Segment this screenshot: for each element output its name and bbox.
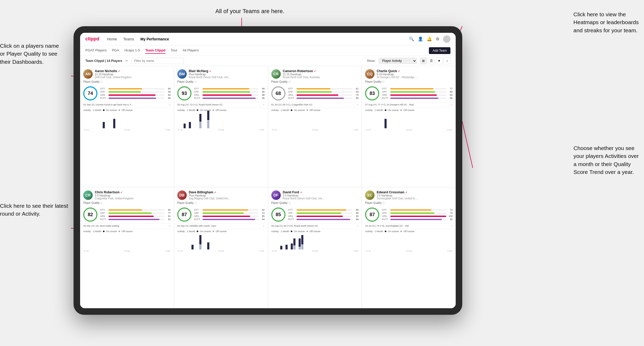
quality-score[interactable]: 74 bbox=[83, 86, 97, 100]
oncourse-legend-label: On course bbox=[294, 230, 305, 233]
quality-score[interactable]: 87 bbox=[177, 207, 191, 222]
player-name[interactable]: Blair McHarg ✓ bbox=[189, 69, 265, 73]
activity-select[interactable]: Player Activity Quality Score Trend bbox=[379, 58, 417, 64]
activity-title: Activity · 1 Month bbox=[365, 230, 383, 233]
subnav-teamclippd[interactable]: Team Clippd bbox=[145, 47, 165, 54]
stat-bar-container bbox=[202, 212, 258, 214]
verified-badge: ✓ bbox=[398, 70, 400, 73]
x-label: 21 Aug bbox=[406, 129, 412, 131]
nav-link-myperformance[interactable]: My Performance bbox=[141, 36, 169, 42]
subnav-hcaps[interactable]: Hcaps 1-5 bbox=[124, 47, 140, 54]
player-avatar: DF bbox=[271, 190, 281, 200]
oncourse-legend-dot bbox=[291, 109, 292, 111]
quality-score[interactable]: 85 bbox=[271, 207, 285, 222]
player-name[interactable]: Edward Crossman ✓ bbox=[377, 190, 453, 194]
player-info: Aaron Nicholls ✓ 11-15 Handicap Drift Go… bbox=[95, 69, 171, 79]
last-round[interactable]: 04 Sep 23 | Mobility with coach, Gym → bbox=[177, 223, 265, 227]
settings-icon[interactable]: ⚙ bbox=[436, 36, 439, 41]
player-card[interactable]: DB Dave Billingham ✓ Plus Handicap Sag M… bbox=[174, 187, 268, 308]
grid-view-icon[interactable]: ⊞ bbox=[420, 57, 427, 64]
last-round[interactable]: 26 Aug 23 | 73 (+1), Royal North Devon G… bbox=[177, 102, 265, 106]
nav-link-home[interactable]: Home bbox=[107, 36, 117, 42]
stat-row-ott: OTT 61 bbox=[288, 87, 359, 90]
stats-grid: OTT 61 APP 63 ARG 75 PU bbox=[288, 87, 359, 99]
last-round-arrow: → bbox=[356, 225, 359, 227]
player-name[interactable]: David Ford ✓ bbox=[283, 190, 359, 194]
subnav-pgat[interactable]: PGAT Players bbox=[85, 47, 107, 54]
activity-section: Activity · 1 Month On course Off course … bbox=[83, 229, 171, 252]
player-card[interactable]: BM Blair McHarg ✓ Plus Handicap Royal No… bbox=[174, 66, 268, 187]
oncourse-legend-dot bbox=[197, 231, 198, 232]
last-round[interactable]: 05 Mar 23 | 19, Must make putting → bbox=[83, 223, 171, 227]
player-info: David Ford ✓ 1-5 Handicap Royal North De… bbox=[283, 190, 359, 200]
bell-icon[interactable]: 🔔 bbox=[427, 36, 432, 41]
stat-bar-ott bbox=[390, 209, 431, 211]
filter-icon[interactable]: ▼ bbox=[436, 57, 443, 64]
activity-legend: On course Off course bbox=[197, 109, 226, 111]
edit-icon[interactable]: ✏ bbox=[126, 59, 128, 63]
player-grid: AN Aaron Nicholls ✓ 11-15 Handicap Drift… bbox=[80, 66, 456, 308]
player-name[interactable]: Dave Billingham ✓ bbox=[189, 190, 265, 194]
stat-bar-container bbox=[297, 212, 352, 214]
player-name[interactable]: Cameron Robertson ✓ bbox=[283, 69, 359, 73]
player-name[interactable]: Aaron Nicholls ✓ bbox=[95, 69, 171, 73]
player-card[interactable]: CR Chris Robertson ✓ 1-5 Handicap Craigm… bbox=[80, 187, 174, 308]
bar-oncourse bbox=[385, 119, 387, 128]
bar-oncourse bbox=[207, 111, 209, 120]
annotation-mid-right: Choose whether you see your players Acti… bbox=[573, 144, 639, 176]
last-round-text: 26 Aug 23 | 84 (+12), Royal North Devon … bbox=[271, 225, 318, 227]
subnav: PGAT Players PGA Hcaps 1-5 Team Clippd T… bbox=[80, 45, 456, 56]
x-label: 21 Aug bbox=[218, 129, 224, 131]
quality-score[interactable]: 87 bbox=[365, 207, 379, 222]
player-card[interactable]: AN Aaron Nicholls ✓ 11-15 Handicap Drift… bbox=[80, 66, 174, 187]
sort-icon[interactable]: ↕ bbox=[444, 57, 450, 64]
last-round[interactable]: 18 Jul 23 | 74 (+4), Sunningdale GC - Ol… bbox=[365, 223, 453, 227]
chart-x-labels: 31 Jul21 Aug4 Sep bbox=[365, 129, 453, 131]
activity-legend: On course Off course bbox=[385, 109, 414, 111]
quality-score[interactable]: 83 bbox=[365, 86, 379, 100]
player-name[interactable]: Chris Robertson ✓ bbox=[95, 190, 171, 194]
offcourse-legend-dot bbox=[307, 231, 308, 232]
user-avatar[interactable] bbox=[443, 35, 450, 43]
last-round[interactable]: 02 Sep 23 | Sunset round to get back int… bbox=[83, 102, 171, 106]
stat-label-putt: PUTT bbox=[100, 218, 107, 221]
subnav-pga[interactable]: PGA bbox=[112, 47, 119, 54]
add-team-button[interactable]: Add Team bbox=[429, 47, 450, 54]
activity-chart bbox=[83, 234, 171, 249]
player-name[interactable]: Charlie Quick ✓ bbox=[377, 69, 453, 73]
stat-bar-arg bbox=[297, 94, 339, 96]
search-icon[interactable]: 🔍 bbox=[409, 36, 414, 41]
x-label: 21 Aug bbox=[406, 250, 412, 252]
last-round[interactable]: 02 Jul 23 | 59 (+1), Craigmillar Park GC… bbox=[271, 102, 359, 106]
player-club: Royal North Devon Golf Club, United Kni.… bbox=[283, 197, 325, 200]
last-round-text: 05 Mar 23 | 19, Must make putting bbox=[83, 225, 119, 227]
x-label: 4 Sep bbox=[259, 250, 264, 252]
quality-label: Player Quality ⓘ bbox=[365, 80, 453, 84]
stat-label-ott: OTT bbox=[100, 209, 107, 211]
quality-score[interactable]: 82 bbox=[83, 207, 97, 222]
player-card[interactable]: CR Cameron Robertson ✓ 11-15 Handicap Ro… bbox=[268, 66, 362, 187]
player-card[interactable]: EC Edward Crossman ✓ 1-5 Handicap Sunnin… bbox=[362, 187, 456, 308]
subnav-tour[interactable]: Tour bbox=[171, 47, 177, 54]
verified-badge: ✓ bbox=[405, 191, 407, 194]
subnav-allplayers[interactable]: All Players bbox=[183, 47, 199, 54]
user-icon[interactable]: 👤 bbox=[418, 36, 423, 41]
stat-label-arg: ARG bbox=[288, 94, 295, 96]
list-view-icon[interactable]: ☰ bbox=[428, 57, 435, 64]
last-round[interactable]: 26 Aug 23 | 84 (+12), Royal North Devon … bbox=[271, 223, 359, 227]
last-round[interactable]: 07 Aug 23 | 77 (+7), St George's Hill GC… bbox=[365, 102, 453, 106]
oncourse-legend-dot bbox=[385, 109, 386, 111]
player-avatar: AN bbox=[83, 69, 93, 79]
search-input[interactable] bbox=[131, 58, 184, 64]
nav-link-teams[interactable]: Teams bbox=[123, 36, 134, 42]
player-card[interactable]: DF David Ford ✓ 1-5 Handicap Royal North… bbox=[268, 187, 362, 308]
player-club: Craigmillar Park, United Kingdom bbox=[95, 197, 137, 200]
quality-score[interactable]: 93 bbox=[177, 86, 191, 100]
stat-bar-app bbox=[390, 91, 435, 93]
annotation-left-bottom: Click here to see their latest round or … bbox=[0, 202, 68, 218]
stat-value-app: 74 bbox=[259, 212, 265, 214]
last-round-text: 04 Sep 23 | Mobility with coach, Gym bbox=[177, 225, 216, 227]
quality-score[interactable]: 68 bbox=[271, 86, 285, 100]
activity-legend: On course Off course bbox=[103, 230, 133, 233]
player-card[interactable]: CQ Charlie Quick ✓ 6-10 Handicap St Geor… bbox=[362, 66, 456, 187]
